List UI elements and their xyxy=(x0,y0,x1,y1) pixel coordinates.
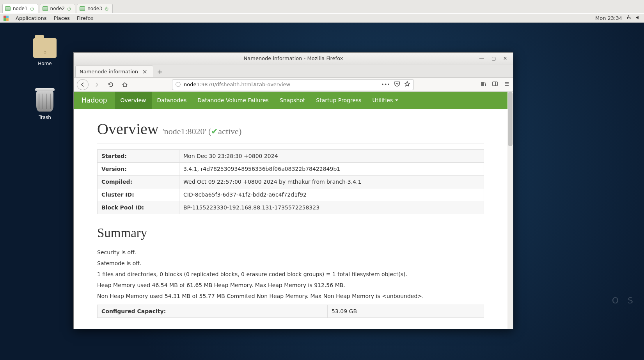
vm-tab-label: node3 xyxy=(87,6,102,11)
page-viewport: Hadoop Overview Datanodes Datanode Volum… xyxy=(74,92,513,329)
svg-rect-1 xyxy=(627,18,628,19)
firefox-window: Namenode information - Mozilla Firefox —… xyxy=(73,52,513,329)
desktop-icon-label: Home xyxy=(27,61,62,66)
close-icon[interactable]: × xyxy=(141,68,149,75)
check-icon: ✔ xyxy=(211,126,218,136)
browser-tab-label: Namenode information xyxy=(80,69,138,74)
library-icon[interactable] xyxy=(480,81,486,88)
nav-overview[interactable]: Overview xyxy=(115,92,152,109)
summary-heading: Summary xyxy=(97,226,484,240)
row-label: Version: xyxy=(98,163,179,176)
menu-firefox[interactable]: Firefox xyxy=(77,15,94,21)
hadoop-navbar: Hadoop Overview Datanodes Datanode Volum… xyxy=(74,92,507,109)
url-bar[interactable]: ⓘ node1:9870/dfshealth.html#tab-overview… xyxy=(172,79,414,90)
row-label: Block Pool ID: xyxy=(98,201,179,214)
vm-tab-label: node1 xyxy=(13,6,28,11)
summary-line: Non Heap Memory used 54.31 MB of 55.77 M… xyxy=(97,293,484,299)
home-button[interactable] xyxy=(119,79,131,90)
power-icon: ⏻ xyxy=(30,7,34,11)
table-row: Block Pool ID:BP-1155223330-192.168.88.1… xyxy=(98,201,484,214)
vm-tab-node1[interactable]: node1⏻ xyxy=(2,4,38,13)
summary-line: Heap Memory used 46.54 MB of 61.65 MB He… xyxy=(97,282,484,288)
back-button[interactable] xyxy=(77,79,89,90)
vm-tab-strip: node1⏻ node2⏻ node3⏻ xyxy=(0,0,644,13)
summary-line: 1 files and directories, 0 blocks (0 rep… xyxy=(97,271,484,277)
divider xyxy=(97,144,484,144)
table-row: Compiled:Wed Oct 09 22:57:00 +0800 2024 … xyxy=(98,176,484,188)
url-host: node1 xyxy=(184,82,200,87)
nav-utilities[interactable]: Utilities xyxy=(367,92,404,109)
window-title: Namenode information - Mozilla Firefox xyxy=(244,55,343,61)
maximize-button[interactable]: ▢ xyxy=(488,54,499,63)
table-row: Cluster ID:CID-8cba65f3-6d37-41f2-bdd2-a… xyxy=(98,188,484,201)
desktop-icon-home[interactable]: ⌂ Home xyxy=(27,38,62,66)
close-button[interactable]: ✕ xyxy=(500,54,511,63)
row-label: Configured Capacity: xyxy=(98,305,328,318)
browser-toolbar: ⓘ node1:9870/dfshealth.html#tab-overview… xyxy=(74,78,513,92)
table-row: Configured Capacity:53.09 GB xyxy=(98,305,484,318)
nav-datanodes[interactable]: Datanodes xyxy=(152,92,192,109)
vm-tab-label: node2 xyxy=(50,6,65,11)
row-value: 3.4.1, r4d7825309348956336b8f06a08322b78… xyxy=(179,163,484,176)
svg-rect-0 xyxy=(628,15,629,16)
chevron-down-icon xyxy=(395,99,398,103)
row-label: Compiled: xyxy=(98,176,179,188)
new-tab-button[interactable]: + xyxy=(153,66,167,77)
monitor-icon xyxy=(80,6,85,11)
page-title: Overview 'node1:8020' (✔active) xyxy=(97,120,484,138)
volume-icon[interactable] xyxy=(635,15,641,21)
table-row: Version:3.4.1, r4d7825309348956336b8f06a… xyxy=(98,163,484,176)
menu-applications[interactable]: Applications xyxy=(16,15,46,21)
page-actions-button[interactable]: ••• xyxy=(381,82,390,87)
nav-snapshot[interactable]: Snapshot xyxy=(274,92,310,109)
summary-line: Safemode is off. xyxy=(97,260,484,266)
vm-tab-node2[interactable]: node2⏻ xyxy=(40,4,76,13)
row-value: Wed Oct 09 22:57:00 +0800 2024 by mthaku… xyxy=(179,176,484,188)
forward-button[interactable] xyxy=(91,79,103,90)
sidebar-icon[interactable] xyxy=(492,81,498,88)
clock[interactable]: Mon 23:34 xyxy=(595,15,622,21)
row-label: Started: xyxy=(98,150,179,163)
overview-table: Started:Mon Dec 30 23:28:30 +0800 2024Ve… xyxy=(97,149,484,214)
browser-tab[interactable]: Namenode information × xyxy=(75,66,153,77)
desktop-icon-trash[interactable]: Trash xyxy=(27,90,62,120)
scrollbar[interactable] xyxy=(507,92,513,329)
menu-places[interactable]: Places xyxy=(53,15,69,21)
power-icon: ⏻ xyxy=(67,7,71,11)
bookmark-star-icon[interactable] xyxy=(404,81,410,88)
summary-line: Security is off. xyxy=(97,249,484,255)
minimize-button[interactable]: — xyxy=(476,54,487,63)
reload-button[interactable] xyxy=(105,79,117,90)
monitor-icon xyxy=(43,6,48,11)
summary-table: Configured Capacity:53.09 GB xyxy=(97,305,484,318)
desktop: O S ⌂ Home Trash Namenode information - … xyxy=(0,23,644,360)
pocket-icon[interactable] xyxy=(394,81,400,88)
nav-startup-progress[interactable]: Startup Progress xyxy=(310,92,367,109)
nav-utilities-label: Utilities xyxy=(373,97,393,103)
home-icon: ⌂ xyxy=(43,49,46,55)
table-row: Started:Mon Dec 30 23:28:30 +0800 2024 xyxy=(98,150,484,163)
gnome-top-bar: Applications Places Firefox Mon 23:34 xyxy=(0,13,644,23)
folder-icon: ⌂ xyxy=(33,38,57,58)
url-path: :9870/dfshealth.html#tab-overview xyxy=(200,82,290,87)
page-content: Overview 'node1:8020' (✔active) Started:… xyxy=(74,109,507,318)
row-value: Mon Dec 30 23:28:30 +0800 2024 xyxy=(179,150,484,163)
info-icon[interactable]: ⓘ xyxy=(176,81,181,88)
menu-icon[interactable] xyxy=(504,81,510,88)
nav-datanode-volume-failures[interactable]: Datanode Volume Failures xyxy=(192,92,274,109)
browser-tab-strip: Namenode information × + xyxy=(74,64,513,78)
monitor-icon xyxy=(5,6,11,11)
trash-icon xyxy=(36,90,53,112)
row-value: CID-8cba65f3-6d37-41f2-bdd2-a6c4f72d1f92 xyxy=(179,188,484,201)
summary-text: Security is off.Safemode is off.1 files … xyxy=(97,249,484,299)
window-titlebar[interactable]: Namenode information - Mozilla Firefox —… xyxy=(74,53,513,64)
scrollbar-thumb[interactable] xyxy=(508,92,513,146)
network-icon[interactable] xyxy=(626,15,632,21)
row-label: Cluster ID: xyxy=(98,188,179,201)
desktop-icon-label: Trash xyxy=(27,115,62,120)
activities-logo-icon[interactable] xyxy=(3,15,9,21)
row-value: 53.09 GB xyxy=(328,305,484,318)
svg-rect-2 xyxy=(630,18,631,19)
vm-tab-node3[interactable]: node3⏻ xyxy=(77,4,113,13)
nav-brand[interactable]: Hadoop xyxy=(74,92,115,109)
